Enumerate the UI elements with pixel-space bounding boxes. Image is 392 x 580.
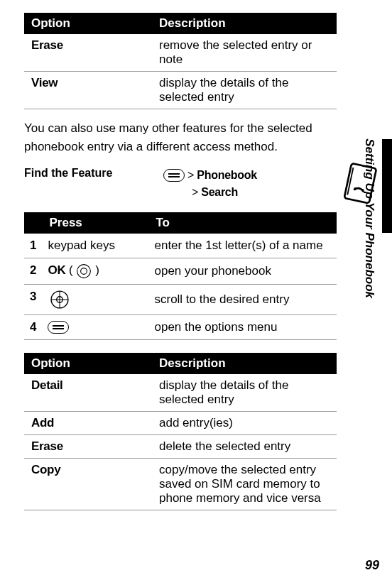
description-cell: display the details of the selected entr… <box>152 374 337 412</box>
svg-rect-2 <box>168 176 180 177</box>
svg-point-4 <box>81 268 87 274</box>
svg-rect-0 <box>164 170 185 182</box>
table-row: 3 scroll to the desired entry <box>24 284 337 314</box>
option-cell: Erase <box>24 34 152 72</box>
table-header-option: Option <box>24 13 152 34</box>
svg-rect-10 <box>53 325 64 327</box>
table-row: 4 open the options menu <box>24 314 337 339</box>
table-row: Erase delete the selected entry <box>24 434 337 458</box>
section-side-label: Setting Up Your Phonebook <box>362 138 376 298</box>
press-cell: OK ( ) <box>42 258 148 284</box>
gt-symbol: > <box>187 167 194 184</box>
paren-open: ( <box>65 263 76 277</box>
to-cell: open your phonebook <box>148 258 337 284</box>
gt-symbol: > <box>192 184 198 201</box>
table-header-blank <box>24 212 42 234</box>
table-row: Copy copy/move the selected entry saved … <box>24 458 337 510</box>
step-number: 3 <box>24 284 42 314</box>
option-cell: Detail <box>24 374 152 412</box>
step-number: 1 <box>24 234 42 258</box>
svg-rect-11 <box>53 328 64 329</box>
table-header-to: To <box>148 212 337 234</box>
feature-path-item: Phonebook <box>197 167 256 184</box>
table-row: 2 OK ( ) open your phonebook <box>24 258 337 284</box>
feature-label: Find the Feature <box>24 167 163 201</box>
table-row: Detail display the details of the select… <box>24 374 337 412</box>
find-the-feature-block: Find the Feature > Phonebook > Search <box>24 167 341 201</box>
option-cell: View <box>24 72 152 109</box>
press-to-table: Press To 1 keypad keys enter the 1st let… <box>24 212 337 340</box>
feature-path-item: Search <box>201 184 238 201</box>
to-cell: enter the 1st letter(s) of a name <box>148 234 337 258</box>
options-table-1: Option Description Erase remove the sele… <box>24 13 337 109</box>
description-cell: add entry(ies) <box>152 411 337 434</box>
table-row: Add add entry(ies) <box>24 411 337 434</box>
table-header-row: Option Description <box>24 353 337 374</box>
paren-close: ) <box>92 263 99 277</box>
description-cell: remove the selected entry or note <box>152 34 337 72</box>
option-cell: Copy <box>24 458 152 510</box>
to-cell: scroll to the desired entry <box>148 284 337 314</box>
select-key-icon <box>76 263 92 277</box>
table-row: 1 keypad keys enter the 1st letter(s) of… <box>24 234 337 258</box>
svg-rect-9 <box>48 322 69 334</box>
body-paragraph: You can also use many other features for… <box>24 119 340 157</box>
step-number: 4 <box>24 314 42 339</box>
table-header-option: Option <box>24 353 152 374</box>
step-number: 2 <box>24 258 42 284</box>
table-header-row: Press To <box>24 212 337 234</box>
menu-key-icon <box>163 167 185 184</box>
nav-key-icon <box>48 292 72 305</box>
table-header-description: Description <box>152 13 337 34</box>
table-header-row: Option Description <box>24 13 337 34</box>
ok-label: OK <box>48 263 65 277</box>
press-cell <box>42 284 148 314</box>
press-cell <box>42 314 148 339</box>
description-cell: display the details of the selected entr… <box>152 72 337 109</box>
table-row: Erase remove the selected entry or note <box>24 34 337 72</box>
table-row: View display the details of the selected… <box>24 72 337 109</box>
option-cell: Add <box>24 411 152 434</box>
description-cell: copy/move the selected entry saved on SI… <box>152 458 337 510</box>
options-table-2: Option Description Detail display the de… <box>24 353 337 510</box>
svg-rect-1 <box>168 173 180 175</box>
menu-key-icon <box>48 320 69 334</box>
page: Option Description Erase remove the sele… <box>0 0 392 580</box>
table-header-press: Press <box>42 212 148 234</box>
table-header-description: Description <box>152 353 337 374</box>
to-cell: open the options menu <box>148 314 337 339</box>
feature-path-line-1: > Phonebook <box>163 167 257 184</box>
thumb-tab <box>382 139 392 233</box>
press-cell: keypad keys <box>42 234 148 258</box>
feature-path: > Phonebook > Search <box>163 167 257 201</box>
feature-path-line-2: > Search <box>163 184 257 201</box>
description-cell: delete the selected entry <box>152 434 337 458</box>
page-number: 99 <box>365 558 379 573</box>
option-cell: Erase <box>24 434 152 458</box>
